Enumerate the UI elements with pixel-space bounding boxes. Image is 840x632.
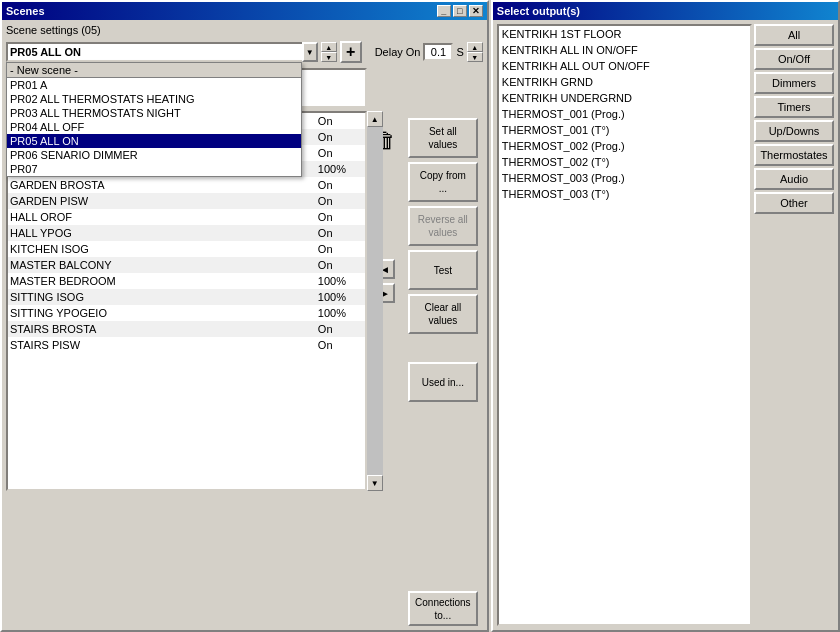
filter-dimmers-button[interactable]: Dimmers bbox=[754, 72, 834, 94]
list-item[interactable]: THERMOST_002 (T°) bbox=[499, 154, 750, 170]
filter-thermostates-button[interactable]: Thermostates bbox=[754, 144, 834, 166]
scene-spinners: ▲ ▼ bbox=[321, 42, 337, 62]
connections-button[interactable]: Connectionsto... bbox=[408, 591, 478, 626]
list-item[interactable]: KENTRIKH ALL OUT ON/OFF bbox=[499, 58, 750, 74]
minimize-button[interactable]: _ bbox=[437, 5, 451, 17]
delay-down-spinner[interactable]: ▼ bbox=[467, 52, 483, 62]
scenes-window: Scenes _ □ ✕ Scene settings (05) PR05 AL… bbox=[0, 0, 489, 632]
dropdown-item-pr07[interactable]: PR07 bbox=[7, 162, 301, 176]
close-button[interactable]: ✕ bbox=[469, 5, 483, 17]
delay-input[interactable] bbox=[423, 43, 453, 61]
dropdown-item-pr06[interactable]: PR06 SENARIO DIMMER bbox=[7, 148, 301, 162]
scene-settings-label: Scene settings (05) bbox=[6, 24, 483, 36]
list-item[interactable]: KENTRIKH GRND bbox=[499, 74, 750, 90]
delay-label: Delay On bbox=[375, 46, 421, 58]
scroll-up-arrow[interactable]: ▲ bbox=[367, 111, 383, 127]
list-item[interactable]: THERMOST_001 (T°) bbox=[499, 122, 750, 138]
set-all-values-button[interactable]: Set allvalues bbox=[408, 118, 478, 158]
output-title: Select output(s) bbox=[497, 5, 580, 17]
clear-all-values-button[interactable]: Clear allvalues bbox=[408, 294, 478, 334]
dropdown-item-pr02[interactable]: PR02 ALL THERMOSTATS HEATING bbox=[7, 92, 301, 106]
table-row: MASTER BEDROOM100% bbox=[8, 273, 365, 289]
filter-audio-button[interactable]: Audio bbox=[754, 168, 834, 190]
add-scene-button[interactable]: + bbox=[340, 41, 362, 63]
scenes-title: Scenes bbox=[6, 5, 45, 17]
table-row: GARDEN PISWOn bbox=[8, 193, 365, 209]
delay-unit-label: S bbox=[456, 46, 463, 58]
test-button[interactable]: Test bbox=[408, 250, 478, 290]
list-item[interactable]: THERMOST_003 (Prog.) bbox=[499, 170, 750, 186]
filter-updowns-button[interactable]: Up/Downs bbox=[754, 120, 834, 142]
scene-combo-box: PR05 ALL ON ▼ bbox=[6, 42, 318, 62]
filter-timers-button[interactable]: Timers bbox=[754, 96, 834, 118]
table-row: HALL OROFOn bbox=[8, 209, 365, 225]
scene-dropdown-menu: - New scene - PR01 A PR02 ALL THERMOSTAT… bbox=[6, 62, 302, 177]
copy-from-button[interactable]: Copy from... bbox=[408, 162, 478, 202]
scroll-track bbox=[367, 127, 383, 475]
delay-group: Delay On S ▲ ▼ bbox=[375, 42, 483, 62]
list-item[interactable]: KENTRIKH UNDERGRND bbox=[499, 90, 750, 106]
scenes-title-bar: Scenes _ □ ✕ bbox=[2, 2, 487, 20]
table-row: SITTING ISOG100% bbox=[8, 289, 365, 305]
table-row: STAIRS PISWOn bbox=[8, 337, 365, 353]
table-row: KITCHEN ISOGOn bbox=[8, 241, 365, 257]
filter-other-button[interactable]: Other bbox=[754, 192, 834, 214]
filter-buttons: All On/Off Dimmers Timers Up/Downs Therm… bbox=[754, 24, 834, 626]
list-item[interactable]: KENTRIKH ALL IN ON/OFF bbox=[499, 42, 750, 58]
right-panel: Set allvalues Copy from... Reverse allva… bbox=[403, 68, 483, 626]
maximize-button[interactable]: □ bbox=[453, 5, 467, 17]
dropdown-new-scene[interactable]: - New scene - bbox=[7, 63, 301, 78]
scene-down-spinner[interactable]: ▼ bbox=[321, 52, 337, 62]
table-row: HALL YPOGOn bbox=[8, 225, 365, 241]
output-window: Select output(s) KENTRIKH 1ST FLOOR KENT… bbox=[491, 0, 840, 632]
reverse-all-values-button[interactable]: Reverse allvalues bbox=[408, 206, 478, 246]
list-item[interactable]: KENTRIKH 1ST FLOOR bbox=[499, 26, 750, 42]
delay-spinners: ▲ ▼ bbox=[467, 42, 483, 62]
scenes-content: Scene settings (05) PR05 ALL ON ▼ - New … bbox=[2, 20, 487, 630]
filter-all-button[interactable]: All bbox=[754, 24, 834, 46]
scene-up-spinner[interactable]: ▲ bbox=[321, 42, 337, 52]
used-in-button[interactable]: Used in... bbox=[408, 362, 478, 402]
filter-onoff-button[interactable]: On/Off bbox=[754, 48, 834, 70]
dropdown-item-pr03[interactable]: PR03 ALL THERMOSTATS NIGHT bbox=[7, 106, 301, 120]
top-row: PR05 ALL ON ▼ - New scene - PR01 A PR02 … bbox=[6, 41, 483, 63]
delay-up-spinner[interactable]: ▲ bbox=[467, 42, 483, 52]
list-item[interactable]: THERMOST_002 (Prog.) bbox=[499, 138, 750, 154]
table-row: GARDEN BROSTAOn bbox=[8, 177, 365, 193]
list-item[interactable]: THERMOST_001 (Prog.) bbox=[499, 106, 750, 122]
selected-scene-text[interactable]: PR05 ALL ON bbox=[6, 42, 302, 62]
dropdown-item-pr01a[interactable]: PR01 A bbox=[7, 78, 301, 92]
table-row: MASTER BALCONYOn bbox=[8, 257, 365, 273]
output-content: KENTRIKH 1ST FLOOR KENTRIKH ALL IN ON/OF… bbox=[493, 20, 838, 630]
scene-selector-container: PR05 ALL ON ▼ - New scene - PR01 A PR02 … bbox=[6, 42, 318, 62]
list-item[interactable]: THERMOST_003 (T°) bbox=[499, 186, 750, 202]
dropdown-item-pr05[interactable]: PR05 ALL ON bbox=[7, 134, 301, 148]
table-row: SITTING YPOGEIO100% bbox=[8, 305, 365, 321]
table-row: STAIRS BROSTAOn bbox=[8, 321, 365, 337]
output-list: KENTRIKH 1ST FLOOR KENTRIKH ALL IN ON/OF… bbox=[497, 24, 752, 626]
title-bar-buttons: _ □ ✕ bbox=[437, 5, 483, 17]
dropdown-item-pr04[interactable]: PR04 ALL OFF bbox=[7, 120, 301, 134]
scroll-down-arrow[interactable]: ▼ bbox=[367, 475, 383, 491]
output-title-bar: Select output(s) bbox=[493, 2, 838, 20]
device-scrollbar: ▲ ▼ bbox=[367, 111, 383, 491]
combo-dropdown-arrow[interactable]: ▼ bbox=[302, 42, 318, 62]
